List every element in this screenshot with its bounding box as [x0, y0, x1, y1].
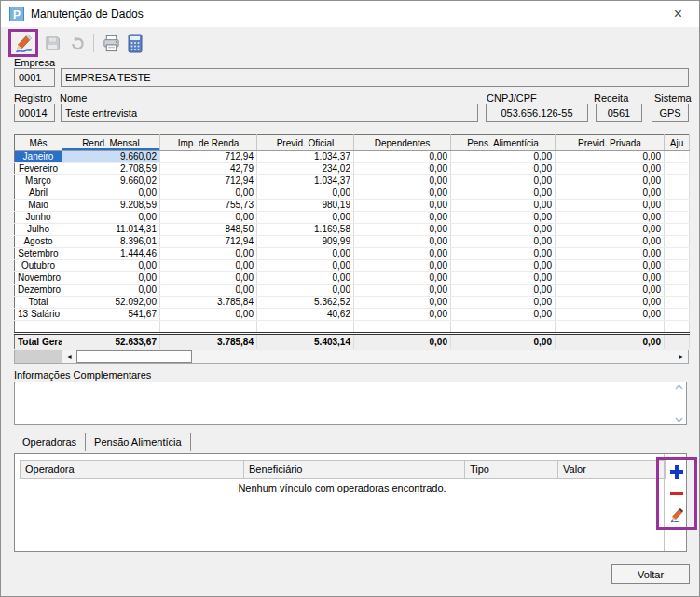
grid-cell[interactable]: 0,00 — [556, 236, 665, 248]
grid-cell[interactable]: 0,00 — [556, 187, 665, 200]
grid-cell[interactable]: 0,00 — [354, 175, 451, 187]
grid-cell[interactable]: 0,00 — [451, 200, 556, 212]
grid-row-label[interactable]: Maio — [15, 200, 62, 212]
grid-cell[interactable]: 42,79 — [160, 163, 257, 175]
grid-cell[interactable]: 0,00 — [556, 272, 665, 285]
grid-cell[interactable]: 0,00 — [556, 151, 665, 163]
grid-row-label[interactable]: Total — [15, 297, 62, 309]
grid-row-label[interactable]: Abril — [15, 187, 62, 200]
empresa-name-field[interactable]: EMPRESA TESTE — [61, 68, 689, 87]
grid-row-label[interactable] — [15, 321, 62, 334]
grid-cell[interactable]: 0,00 — [354, 212, 451, 224]
grid-cell[interactable]: 0,00 — [160, 187, 257, 200]
grid-cell[interactable]: 0,00 — [451, 285, 556, 297]
grid-cell[interactable]: 755,73 — [160, 200, 257, 212]
tab-pensao-alimenticia[interactable]: Pensão Alimentícia — [86, 432, 190, 451]
grid-cell[interactable]: 9.660,02 — [62, 151, 160, 163]
grid-cell[interactable]: 0,00 — [354, 236, 451, 248]
grid-cell[interactable]: 11.014,31 — [62, 224, 160, 236]
grid-cell[interactable]: 0,00 — [451, 297, 556, 309]
grid-cell[interactable]: 3.785,84 — [160, 297, 257, 309]
grid-cell[interactable]: 0,00 — [257, 260, 354, 272]
grid-cell[interactable]: 0,00 — [556, 309, 665, 321]
grid-column-header[interactable]: Imp. de Renda — [160, 135, 257, 151]
grid-row-label[interactable]: Março — [15, 175, 62, 187]
grid-column-header[interactable]: Dependentes — [354, 135, 451, 151]
grid-cell[interactable] — [665, 297, 690, 309]
info-complementares-textarea[interactable] — [14, 382, 687, 425]
grid-cell[interactable]: 0,00 — [451, 163, 556, 175]
grid-cell[interactable]: 1.034,37 — [257, 151, 354, 163]
grid-column-header[interactable]: Mês — [15, 135, 62, 151]
grid-cell[interactable]: 0,00 — [354, 163, 451, 175]
edit-operadora-button[interactable] — [667, 507, 686, 524]
grid-row-label[interactable]: Outubro — [15, 260, 62, 272]
grid-cell[interactable]: 0,00 — [62, 260, 160, 272]
grid-cell[interactable]: 0,00 — [160, 309, 257, 321]
grid-cell[interactable]: 712,94 — [160, 236, 257, 248]
grid-cell[interactable]: 712,94 — [160, 151, 257, 163]
grid-cell[interactable]: 0,00 — [556, 212, 665, 224]
horizontal-scrollbar[interactable]: ◄ ► — [14, 350, 689, 364]
grid-cell[interactable]: 0,00 — [160, 272, 257, 285]
grid-cell[interactable]: 980,19 — [257, 200, 354, 212]
grid-cell[interactable] — [556, 321, 665, 334]
grid-row-label[interactable]: Novembro — [15, 272, 62, 285]
grid-cell[interactable] — [665, 309, 690, 321]
grid-cell[interactable]: 0,00 — [257, 285, 354, 297]
voltar-button[interactable]: Voltar — [611, 564, 690, 584]
cnpj-field[interactable]: 053.656.126-55 — [486, 104, 588, 122]
grid-cell[interactable]: 1.034,37 — [257, 175, 354, 187]
grid-cell[interactable]: 0,00 — [354, 272, 451, 285]
grid-cell[interactable]: 0,00 — [160, 260, 257, 272]
grid-cell[interactable]: 0,00 — [257, 248, 354, 260]
operadoras-column-header[interactable]: Valor — [558, 461, 666, 479]
grid-cell[interactable] — [665, 236, 690, 248]
remove-operadora-button[interactable] — [667, 485, 686, 503]
grid-cell[interactable] — [160, 321, 257, 334]
grid-cell[interactable] — [665, 175, 690, 187]
grid-cell[interactable]: 0,00 — [451, 187, 556, 200]
grid-column-header[interactable]: Rend. Mensal — [62, 135, 160, 151]
grid-cell[interactable]: 52.092,00 — [62, 297, 160, 309]
grid-cell[interactable] — [665, 224, 690, 236]
grid-cell[interactable]: 0,00 — [556, 163, 665, 175]
nome-field[interactable]: Teste entrevista — [61, 104, 478, 122]
grid-row-label[interactable]: 13 Salário — [15, 309, 62, 321]
undo-button[interactable] — [66, 33, 87, 53]
grid-cell[interactable] — [62, 321, 160, 334]
grid-cell[interactable]: 0,00 — [451, 248, 556, 260]
grid-cell[interactable]: 0,00 — [451, 236, 556, 248]
grid-cell[interactable]: 0,00 — [354, 224, 451, 236]
add-operadora-button[interactable] — [667, 463, 686, 480]
grid-cell[interactable]: 0,00 — [451, 212, 556, 224]
operadoras-column-header[interactable]: Operadora — [21, 461, 244, 479]
scroll-left-button[interactable]: ◄ — [62, 350, 76, 363]
grid-cell[interactable]: 0,00 — [62, 272, 160, 285]
grid-cell[interactable]: 0,00 — [556, 200, 665, 212]
grid-column-header[interactable]: Previd. Privada — [556, 135, 665, 151]
grid-cell[interactable] — [665, 212, 690, 224]
grid-cell[interactable]: 0,00 — [556, 175, 665, 187]
grid-cell[interactable]: 0,00 — [451, 272, 556, 285]
grid-row-label[interactable]: Julho — [15, 224, 62, 236]
grid-cell[interactable]: 0,00 — [62, 187, 160, 200]
grid-cell[interactable] — [665, 272, 690, 285]
grid-cell[interactable]: 712,94 — [160, 175, 257, 187]
grid-cell[interactable]: 0,00 — [451, 151, 556, 163]
empresa-code-field[interactable]: 0001 — [14, 68, 55, 87]
tab-operadoras[interactable]: Operadoras — [14, 432, 85, 451]
grid-cell[interactable]: 0,00 — [556, 224, 665, 236]
grid-cell[interactable]: 0,00 — [451, 260, 556, 272]
grid-cell[interactable]: 8.396,01 — [62, 236, 160, 248]
grid-cell[interactable] — [665, 187, 690, 200]
grid-cell[interactable] — [665, 285, 690, 297]
grid-cell[interactable]: 0,00 — [160, 212, 257, 224]
grid-cell[interactable]: 0,00 — [556, 248, 665, 260]
grid-cell[interactable] — [665, 163, 690, 175]
grid-cell[interactable] — [451, 321, 556, 334]
scrollbar-thumb[interactable] — [76, 350, 192, 363]
grid-cell[interactable]: 0,00 — [354, 309, 451, 321]
grid-cell[interactable]: 0,00 — [354, 285, 451, 297]
scrollbar-track[interactable] — [192, 350, 674, 363]
